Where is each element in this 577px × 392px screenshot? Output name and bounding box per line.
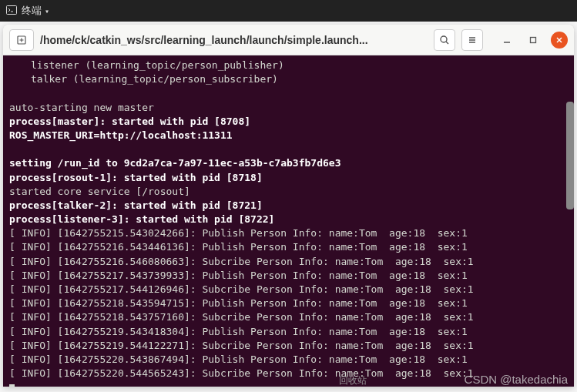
terminal-line: [ INFO] [1642755217.543739933]: Publish …	[9, 269, 568, 283]
terminal-line: process[master]: started with pid [8708]	[9, 115, 568, 129]
terminal-line: [ INFO] [1642755218.543594715]: Publish …	[9, 297, 568, 310]
terminal-line: listener (learning_topic/person_publishe…	[9, 59, 568, 72]
window-titlebar: /home/ck/catkin_ws/src/learning_launch/l…	[3, 25, 574, 55]
menu-button[interactable]	[461, 29, 483, 51]
terminal-line: ROS_MASTER_URI=http://localhost:11311	[9, 129, 568, 142]
terminal-line: auto-starting new master	[9, 101, 568, 115]
terminal-line: [ INFO] [1642755216.543446136]: Publish …	[9, 240, 568, 254]
terminal-window: /home/ck/catkin_ws/src/learning_launch/l…	[3, 25, 574, 387]
terminal-line: started core service [/rosout]	[9, 185, 568, 199]
terminal-line: [ INFO] [1642755218.543757160]: Subcribe…	[9, 310, 568, 324]
terminal-line: process[listener-3]: started with pid [8…	[9, 213, 568, 226]
watermark-text: CSDN @takedachia	[465, 373, 568, 386]
svg-point-5	[441, 36, 447, 42]
search-button[interactable]	[434, 29, 455, 51]
terminal-app-icon	[6, 5, 17, 18]
new-tab-button[interactable]	[9, 29, 34, 51]
window-title: /home/ck/catkin_ws/src/learning_launch/l…	[40, 34, 428, 46]
terminal-line: [ INFO] [1642755215.543024266]: Publish …	[9, 226, 568, 240]
window-controls	[498, 32, 568, 49]
close-button[interactable]	[551, 32, 568, 49]
minimize-button[interactable]	[498, 32, 515, 49]
terminal-line: [ INFO] [1642755217.544126946]: Subcribe…	[9, 283, 568, 297]
terminal-content[interactable]: listener (learning_topic/person_publishe…	[3, 55, 574, 387]
terminal-line: setting /run_id to 9cd2a7ca-7a97-11ec-a5…	[9, 156, 568, 170]
terminal-line: process[talker-2]: started with pid [872…	[9, 199, 568, 213]
terminal-cursor	[9, 384, 15, 387]
terminal-line	[9, 142, 568, 156]
svg-rect-11	[531, 37, 536, 42]
dropdown-arrow-icon[interactable]: ▾	[45, 7, 49, 15]
desktop-top-bar: 终端 ▾	[0, 0, 577, 22]
terminal-line	[9, 86, 568, 100]
maximize-button[interactable]	[525, 32, 542, 49]
app-menu-label[interactable]: 终端	[22, 4, 42, 18]
svg-line-6	[446, 42, 448, 44]
desktop-hint-text: 回收站	[339, 374, 367, 387]
terminal-line: [ INFO] [1642755219.544122271]: Subcribe…	[9, 339, 568, 353]
terminal-line: [ INFO] [1642755220.543867494]: Publish …	[9, 353, 568, 367]
terminal-line: talker (learning_topic/person_subscriber…	[9, 72, 568, 86]
terminal-line: [ INFO] [1642755216.546080663]: Subcribe…	[9, 255, 568, 269]
terminal-line: process[rosout-1]: started with pid [871…	[9, 171, 568, 185]
svg-rect-0	[7, 5, 17, 14]
scrollbar-thumb[interactable]	[566, 102, 574, 209]
terminal-line: [ INFO] [1642755219.543418304]: Publish …	[9, 325, 568, 339]
